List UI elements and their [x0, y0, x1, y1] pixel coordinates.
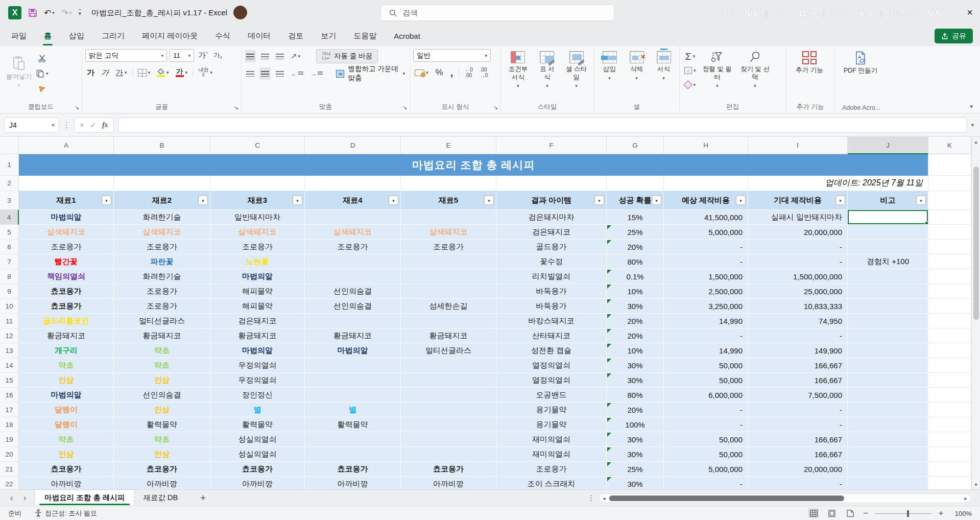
- cell-F9[interactable]: 바둑응가: [496, 284, 607, 299]
- column-header-G[interactable]: G: [607, 137, 664, 154]
- cell-E7[interactable]: [401, 254, 496, 269]
- row-header-6[interactable]: 6: [0, 240, 19, 254]
- align-left-button[interactable]: [245, 67, 256, 80]
- excel-logo-icon[interactable]: X: [8, 6, 21, 19]
- cell-E8[interactable]: [401, 269, 496, 284]
- cell-B17[interactable]: 인삼: [114, 403, 210, 417]
- filter-button[interactable]: ▾: [102, 196, 111, 205]
- cut-button[interactable]: [35, 52, 50, 64]
- ribbon-tab-보기[interactable]: 보기: [320, 27, 337, 45]
- cell-I21[interactable]: 20,000,000: [748, 462, 848, 477]
- increase-decimal-button[interactable]: ←0.00: [463, 66, 474, 79]
- row-header-3[interactable]: 3: [0, 191, 19, 210]
- cell-F18[interactable]: 용기물약: [496, 417, 607, 432]
- row-header-12[interactable]: 12: [0, 328, 19, 343]
- cell-I13[interactable]: 149,900: [748, 343, 848, 358]
- ribbon-tab-도움말[interactable]: 도움말: [352, 27, 377, 45]
- decrease-indent-button[interactable]: ←: [289, 67, 305, 80]
- cell-C22[interactable]: 아까비깡: [210, 477, 305, 489]
- font-color-button[interactable]: 가▾: [174, 66, 189, 79]
- add-sheet-button[interactable]: +: [200, 492, 206, 504]
- cell-C11[interactable]: 검은돼지코: [210, 314, 305, 328]
- cell-B10[interactable]: 조로응가: [114, 299, 210, 314]
- cell-H9[interactable]: 2,500,000: [664, 284, 748, 299]
- previous-sheet-icon[interactable]: ‹: [10, 493, 13, 503]
- cell-B21[interactable]: 쵸코응가: [114, 462, 210, 477]
- cell-F22[interactable]: 조이 스크래치: [496, 477, 607, 489]
- cell-E17[interactable]: [401, 403, 496, 417]
- row-header-7[interactable]: 7: [0, 254, 19, 269]
- insert-cells-button[interactable]: 삽입▾: [597, 49, 622, 83]
- cell-I16[interactable]: 7,500,000: [748, 388, 848, 403]
- cell-E2[interactable]: [401, 176, 496, 191]
- row-header-11[interactable]: 11: [0, 314, 19, 328]
- row-header-2[interactable]: 2: [0, 176, 19, 191]
- cell-H11[interactable]: 14,990: [664, 314, 748, 328]
- cell-I15[interactable]: 166,667: [748, 373, 848, 388]
- horizontal-scrollbar-thumb[interactable]: [609, 495, 844, 501]
- page-layout-view-button[interactable]: [826, 508, 838, 518]
- cell-G10[interactable]: 30%: [607, 299, 664, 314]
- cell-E15[interactable]: [401, 373, 496, 388]
- cell-K1[interactable]: [928, 154, 971, 176]
- cell-D20[interactable]: [305, 447, 401, 462]
- cell-H10[interactable]: 3,250,000: [664, 299, 748, 314]
- cell-D14[interactable]: [305, 358, 401, 373]
- cell-H12[interactable]: -: [664, 328, 748, 343]
- cell-A22[interactable]: 아까비깡: [19, 477, 114, 489]
- zoom-slider[interactable]: [875, 513, 931, 514]
- column-header-C[interactable]: C: [210, 137, 305, 154]
- cell-E6[interactable]: 조로응가: [401, 240, 496, 254]
- collapse-ribbon-icon[interactable]: ▾: [970, 103, 973, 110]
- row-header-21[interactable]: 21: [0, 462, 19, 477]
- cell-I8[interactable]: 1,500,000,000: [748, 269, 848, 284]
- cell-F13[interactable]: 성전환 캡슐: [496, 343, 607, 358]
- customize-qat-button[interactable]: ▾: [79, 9, 82, 17]
- filter-button[interactable]: ▾: [293, 196, 302, 205]
- cell-D18[interactable]: 활력물약: [305, 417, 401, 432]
- increase-font-button[interactable]: 가^: [197, 50, 209, 62]
- underline-button[interactable]: 가▾: [114, 66, 129, 79]
- table-header-H3[interactable]: 예상 제작비용▾: [664, 191, 748, 210]
- cell-H19[interactable]: 50,000: [664, 432, 748, 447]
- filter-button[interactable]: ▾: [736, 196, 746, 205]
- increase-indent-button[interactable]: →: [308, 67, 324, 80]
- cell-E19[interactable]: [401, 432, 496, 447]
- cell-H22[interactable]: -: [664, 477, 748, 489]
- cell-A18[interactable]: 달팽이: [19, 417, 114, 432]
- cell-F15[interactable]: 열정의열쇠: [496, 373, 607, 388]
- orientation-button[interactable]: ↗▾: [289, 50, 302, 62]
- column-header-J[interactable]: J: [848, 137, 928, 154]
- insert-function-button[interactable]: fx: [102, 121, 108, 129]
- close-icon[interactable]: ×: [967, 7, 973, 18]
- update-date-cell[interactable]: 업데이트: 2025년 7월 11일: [748, 176, 928, 191]
- scroll-right-icon[interactable]: ▸: [961, 495, 971, 501]
- cell-D6[interactable]: 조로응가: [305, 240, 401, 254]
- dialog-launcher-icon[interactable]: ↘: [402, 104, 407, 111]
- cell-I5[interactable]: 20,000,000: [748, 225, 848, 240]
- cell-I18[interactable]: -: [748, 417, 848, 432]
- bold-button[interactable]: 가: [85, 66, 96, 79]
- cell-B14[interactable]: 약초: [114, 358, 210, 373]
- wrap-text-button[interactable]: 가나다↵ 자동 줄 바꿈: [316, 49, 378, 63]
- cell-C5[interactable]: 살색돼지코: [210, 225, 305, 240]
- cell-J7[interactable]: 경험치 +100: [848, 254, 928, 269]
- select-all-corner[interactable]: [0, 137, 19, 154]
- cell-J20[interactable]: [848, 447, 928, 462]
- cell-J13[interactable]: [848, 343, 928, 358]
- row-header-17[interactable]: 17: [0, 403, 19, 417]
- cell-J15[interactable]: [848, 373, 928, 388]
- cell-C13[interactable]: 마법의알: [210, 343, 305, 358]
- cell-styles-button[interactable]: 셀 스타일▾: [562, 49, 590, 91]
- cell-B16[interactable]: 선인의숨결: [114, 388, 210, 403]
- format-painter-button[interactable]: [35, 83, 50, 95]
- fill-button[interactable]: ↓▾: [683, 64, 698, 77]
- accessibility-status[interactable]: 접근성: 조사 필요: [35, 509, 97, 518]
- cell-A4[interactable]: 마법의알: [19, 210, 114, 225]
- cell-J14[interactable]: [848, 358, 928, 373]
- cell-I19[interactable]: 166,667: [748, 432, 848, 447]
- cell-G9[interactable]: 10%: [607, 284, 664, 299]
- cell-H6[interactable]: -: [664, 240, 748, 254]
- addins-button[interactable]: 추가 기능: [789, 49, 830, 77]
- cell-K15[interactable]: [928, 373, 971, 388]
